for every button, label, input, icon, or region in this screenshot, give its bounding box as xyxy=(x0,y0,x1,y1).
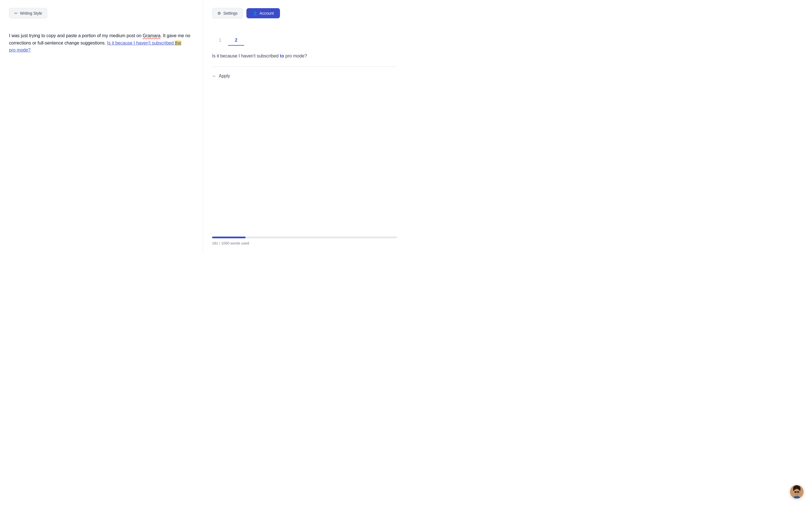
left-panel: ✏ Writing Style I was just trying to cop… xyxy=(0,0,203,253)
writing-style-button[interactable]: ✏ Writing Style xyxy=(9,8,47,18)
account-button[interactable]: 👤 Account xyxy=(246,8,280,18)
pro-mode-link[interactable]: pro mode? xyxy=(9,48,31,52)
suggestion-highlight: to xyxy=(280,54,284,58)
main-paragraph: I was just trying to copy and paste a po… xyxy=(9,32,194,54)
apply-button[interactable]: ← Apply xyxy=(212,73,397,78)
suggestion-text: Is it because I haven't subscribed to pr… xyxy=(212,52,397,60)
account-label: Account xyxy=(260,11,274,15)
text-content-area: I was just trying to copy and paste a po… xyxy=(9,30,194,245)
suggestion-after: pro mode? xyxy=(285,54,307,58)
account-icon: 👤 xyxy=(253,11,257,15)
suggestion-area: 1 2 Is it because I haven't subscribed t… xyxy=(212,36,397,245)
gramara-text: Gramara xyxy=(143,33,160,38)
settings-button[interactable]: ⚙ Settings xyxy=(212,8,243,18)
highlight-word-the: the xyxy=(175,41,181,45)
left-toolbar: ✏ Writing Style xyxy=(9,8,194,18)
writing-style-label: Writing Style xyxy=(20,11,42,15)
divider xyxy=(212,66,397,67)
word-count: 181 / 1000 words used xyxy=(212,241,249,245)
progress-bar-fill xyxy=(212,237,246,238)
page-1[interactable]: 1 xyxy=(212,36,228,46)
settings-label: Settings xyxy=(223,11,238,15)
right-toolbar: ⚙ Settings 👤 Account xyxy=(212,8,397,18)
page-2[interactable]: 2 xyxy=(228,36,244,46)
apply-label: Apply xyxy=(219,73,230,78)
suggestion-before: Is it because I haven't subscribed xyxy=(212,54,278,58)
pagination: 1 2 xyxy=(212,36,397,46)
bottom-bar: 181 / 1000 words used xyxy=(212,237,397,245)
right-panel: ⚙ Settings 👤 Account 1 2 Is it because I… xyxy=(203,0,406,253)
settings-icon: ⚙ xyxy=(217,11,221,15)
progress-bar-container xyxy=(212,237,397,238)
apply-arrow-icon: ← xyxy=(212,73,216,78)
subscription-link[interactable]: Is it because I haven't subscribed the p… xyxy=(9,41,181,53)
main-container: ✏ Writing Style I was just trying to cop… xyxy=(0,0,406,253)
pencil-icon: ✏ xyxy=(14,11,18,15)
